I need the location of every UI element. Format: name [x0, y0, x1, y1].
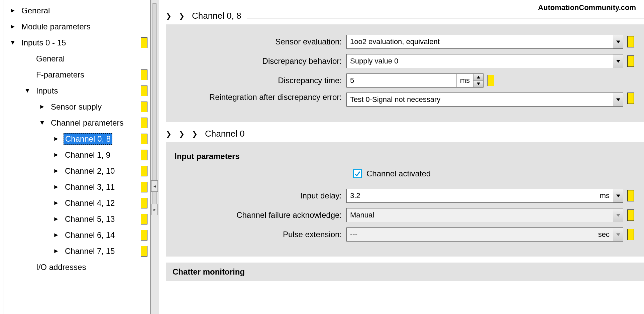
- subheader-chatter-monitoring: Chatter monitoring: [173, 267, 637, 277]
- svg-marker-20: [616, 214, 620, 216]
- dropdown-arrow-icon[interactable]: [613, 54, 623, 68]
- dropdown-input-delay[interactable]: 3.2 ms: [346, 189, 623, 203]
- dropdown-discrepancy-behavior[interactable]: Supply value 0: [346, 54, 623, 68]
- tree-label: General: [35, 53, 66, 64]
- breadcrumb-chevron-icon: ❯: [166, 130, 172, 138]
- tree-item-channel-5-13[interactable]: Channel 5, 13: [3, 211, 150, 227]
- tree-label: Channel 4, 12: [64, 198, 116, 208]
- svg-marker-12: [54, 233, 58, 237]
- section-divider: [251, 136, 644, 136]
- dropdown-value: 3.2: [347, 191, 597, 200]
- chevron-right-icon: [10, 24, 15, 29]
- chevron-down-icon: [25, 88, 30, 94]
- tree-item-inputs[interactable]: Inputs: [3, 83, 150, 99]
- breadcrumb-chevron-icon: ❯: [179, 12, 185, 20]
- tree-label: General: [20, 5, 51, 16]
- dropdown-arrow-icon[interactable]: [613, 189, 623, 202]
- section-divider: [247, 18, 644, 18]
- modified-badge: [627, 55, 634, 67]
- chevron-right-icon: [53, 216, 59, 222]
- breadcrumb-chevron-icon: ❯: [166, 12, 172, 20]
- section-title: Channel 0, 8: [192, 11, 247, 21]
- unit-label: sec: [595, 230, 613, 239]
- tree-spacer: [25, 265, 30, 270]
- tree-item-f-parameters[interactable]: F-parameters: [3, 67, 150, 83]
- tree-label: Inputs 0 - 15: [20, 37, 67, 48]
- modified-badge: [141, 230, 147, 241]
- tree-spacer: [25, 72, 30, 77]
- chevron-right-icon: [53, 249, 59, 254]
- label-channel-activated: Channel activated: [366, 169, 431, 178]
- tree-item-channel-1-9[interactable]: Channel 1, 9: [3, 147, 150, 163]
- section-title: Channel 0: [205, 129, 251, 139]
- svg-marker-1: [11, 25, 14, 28]
- splitter-collapse-right[interactable]: ▸: [151, 204, 158, 215]
- tree-item-module-parameters[interactable]: Module parameters: [3, 19, 150, 35]
- tree-label: I/O addresses: [35, 262, 87, 273]
- tree-item-io-addresses[interactable]: I/O addresses: [3, 259, 150, 275]
- dropdown-sensor-evaluation[interactable]: 1oo2 evaluation, equivalent: [346, 35, 623, 49]
- app-left-border: [0, 0, 3, 314]
- splitter[interactable]: ◂ ▸: [150, 0, 159, 314]
- chevron-down-icon: [39, 120, 45, 126]
- input-discrepancy-time[interactable]: [347, 74, 456, 87]
- breadcrumb-chevron-icon: ❯: [192, 130, 198, 138]
- dropdown-value: Test 0-Signal not necessary: [347, 95, 613, 104]
- modified-badge: [627, 229, 634, 240]
- tree-item-sensor-supply[interactable]: Sensor supply: [3, 99, 150, 115]
- tree-item-general[interactable]: General: [3, 3, 150, 19]
- spinner-down-icon[interactable]: [473, 81, 483, 88]
- unit-label: ms: [597, 191, 613, 200]
- chevron-right-icon: [53, 232, 59, 238]
- dropdown-value: 1oo2 evaluation, equivalent: [347, 37, 613, 46]
- row-discrepancy-behavior: Discrepancy behavior: Supply value 0: [173, 54, 634, 68]
- dropdown-arrow-icon[interactable]: [613, 35, 623, 48]
- modified-badge: [627, 209, 634, 221]
- modified-badge: [141, 198, 147, 208]
- tree-item-channel-4-12[interactable]: Channel 4, 12: [3, 195, 150, 211]
- tree-label: Channel 7, 15: [64, 246, 116, 257]
- tree-item-general-sub[interactable]: General: [3, 51, 150, 67]
- svg-marker-5: [40, 121, 44, 125]
- chevron-right-icon: [39, 104, 45, 110]
- row-pulse-extension: Pulse extension: --- sec: [173, 227, 634, 242]
- chevron-right-icon: [53, 168, 59, 174]
- tree-item-inputs-0-15[interactable]: Inputs 0 - 15: [3, 35, 150, 51]
- tree-item-channel-3-11[interactable]: Channel 3, 11: [3, 179, 150, 195]
- modified-badge: [141, 37, 147, 48]
- tree-label: Channel 6, 14: [64, 230, 116, 241]
- dropdown-reintegration[interactable]: Test 0-Signal not necessary: [346, 93, 623, 107]
- tree-item-channel-7-15[interactable]: Channel 7, 15: [3, 243, 150, 259]
- modified-badge: [141, 102, 147, 112]
- breadcrumb-channel-0-8: ❯ ❯ Channel 0, 8: [166, 11, 644, 21]
- tree-item-channel-parameters[interactable]: Channel parameters: [3, 115, 150, 131]
- row-input-delay: Input delay: 3.2 ms: [173, 188, 634, 203]
- chevron-right-icon: [53, 200, 59, 206]
- numfield-discrepancy-time[interactable]: ms: [346, 73, 484, 88]
- modified-badge: [141, 214, 147, 224]
- row-channel-failure-ack: Channel failure acknowledge: Manual: [173, 208, 634, 222]
- row-reintegration: Reintegration after discrepancy error: T…: [173, 93, 634, 107]
- tree-label: Channel 0, 8: [64, 133, 112, 145]
- dropdown-arrow-icon[interactable]: [613, 93, 623, 106]
- panel-channel-0: Input parameters Channel activated Input…: [166, 142, 644, 257]
- tree-item-channel-2-10[interactable]: Channel 2, 10: [3, 163, 150, 179]
- checkbox-channel-activated[interactable]: [353, 169, 362, 178]
- svg-marker-19: [616, 194, 620, 197]
- svg-marker-9: [54, 185, 58, 189]
- chevron-right-icon: [53, 184, 59, 190]
- label-input-delay: Input delay:: [173, 191, 346, 200]
- chevron-right-icon: [53, 152, 59, 158]
- spinner-discrepancy-time[interactable]: [473, 74, 483, 87]
- modified-badge: [141, 150, 147, 160]
- label-discrepancy-behavior: Discrepancy behavior:: [173, 56, 346, 66]
- modified-badge: [141, 69, 147, 80]
- modified-badge: [141, 166, 147, 176]
- spinner-up-icon[interactable]: [473, 74, 483, 81]
- tree-label: Channel 2, 10: [64, 166, 116, 176]
- label-sensor-evaluation: Sensor evaluation:: [173, 37, 346, 46]
- tree-item-channel-6-14[interactable]: Channel 6, 14: [3, 227, 150, 243]
- tree-label: Channel parameters: [49, 118, 125, 128]
- splitter-collapse-left[interactable]: ◂: [151, 180, 158, 192]
- tree-item-channel-0-8[interactable]: Channel 0, 8: [3, 131, 150, 147]
